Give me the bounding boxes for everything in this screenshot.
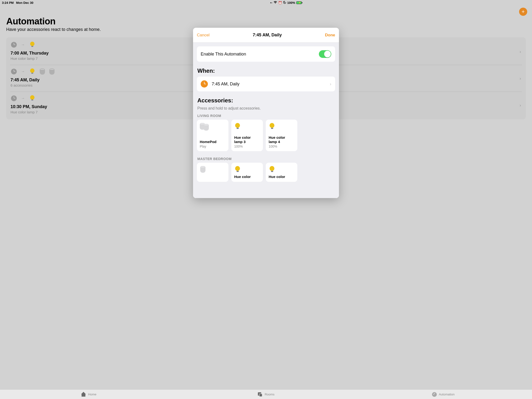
accessory-tile[interactable]: Hue color lamp 4 100%	[266, 120, 297, 151]
tile-title: Hue color lamp 3	[234, 135, 260, 144]
tile-title: Hue color lamp 4	[269, 135, 294, 144]
accessory-tile[interactable]: Hue color	[266, 163, 297, 182]
tile-title: Hue color	[234, 175, 260, 179]
enable-label: Enable This Automation	[201, 52, 246, 57]
group-heading: LIVING ROOM	[197, 114, 304, 118]
tile-sub: Play	[200, 145, 226, 148]
when-row[interactable]: 7:45 AM, Daily ›	[197, 76, 304, 91]
accessories-hint: Press and hold to adjust accessories.	[197, 106, 304, 111]
when-value: 7:45 AM, Daily	[212, 82, 304, 87]
tile-title: HomePod	[200, 140, 226, 144]
tile-title: Hue color	[269, 175, 294, 179]
edit-automation-modal: Cancel 7:45 AM, Daily Done Enable This A…	[193, 28, 304, 198]
bulb-icon	[269, 122, 275, 130]
bulb-icon	[234, 122, 241, 130]
cancel-button[interactable]: Cancel	[197, 33, 209, 38]
accessory-tile[interactable]: Hue color lamp 3 100%	[231, 120, 263, 151]
accessory-tile[interactable]: Hue color	[231, 163, 263, 182]
accessory-tile[interactable]	[197, 163, 228, 182]
bulb-icon	[234, 165, 241, 173]
group-heading: MASTER BEDROOM	[197, 157, 304, 161]
tile-sub: 100%	[269, 145, 294, 148]
homepod-pair-icon	[200, 122, 210, 130]
tile-sub: 100%	[234, 145, 260, 148]
accessories-heading: Accessories:	[197, 97, 304, 104]
modal-title: 7:45 AM, Daily	[253, 32, 282, 38]
when-heading: When:	[197, 67, 304, 74]
enable-automation-row: Enable This Automation	[197, 46, 304, 62]
clock-icon	[201, 80, 208, 88]
bulb-icon	[269, 165, 275, 173]
accessory-tile[interactable]: HomePod Play	[197, 120, 228, 151]
modal-header: Cancel 7:45 AM, Daily Done	[193, 28, 304, 43]
modal-body: Enable This Automation When: 7:45 AM, Da…	[193, 43, 304, 198]
tile-grid: Hue color Hue color	[197, 163, 304, 182]
homepod-icon	[200, 165, 206, 173]
tile-grid: HomePod Play Hue color lamp 3 100% Hue c…	[197, 120, 304, 151]
